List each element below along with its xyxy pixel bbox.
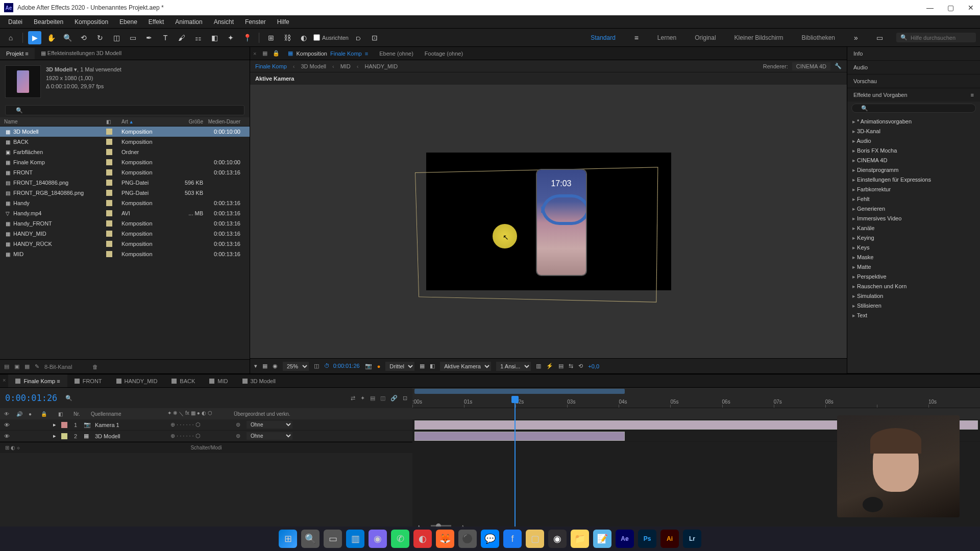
trash-icon[interactable]: 🗑 [92, 364, 98, 370]
fast-preview-icon[interactable]: ⚡ [546, 363, 553, 369]
bone-icon[interactable]: ⛓ [281, 31, 294, 44]
zoom-tool[interactable]: 🔍 [61, 31, 74, 44]
mask-toggle-icon[interactable]: ◉ [273, 363, 278, 369]
eraser-tool[interactable]: ◧ [208, 31, 221, 44]
preset-item[interactable]: Generieren [847, 204, 980, 214]
preset-item[interactable]: Maske [847, 253, 980, 262]
home-button[interactable]: ⌂ [4, 31, 17, 44]
timeline-tab[interactable]: FRONT [67, 374, 109, 387]
mask-icon[interactable]: ◐ [297, 31, 310, 44]
selection-tool[interactable]: ▶ [28, 31, 41, 44]
grid-icon[interactable]: ⊡ [368, 31, 381, 44]
help-search[interactable]: 🔍 [896, 33, 976, 42]
preset-item[interactable]: Boris FX Mocha [847, 146, 980, 156]
preset-item[interactable]: Simulation [847, 291, 980, 301]
illustrator-button[interactable]: Ai [660, 530, 679, 548]
eye-column-icon[interactable]: 👁 [4, 411, 11, 417]
views-select[interactable]: 1 Ansi... [496, 362, 531, 371]
project-item[interactable]: ▤FRONT_1840886.pngPNG-Datei596 KB [0, 178, 250, 188]
renderer-value[interactable]: CINEMA 4D [792, 62, 830, 70]
menu-ansicht[interactable]: Ansicht [209, 16, 239, 28]
layer-clip[interactable] [414, 432, 625, 441]
transparency-icon[interactable]: ▦ [420, 363, 425, 369]
whatsapp-button[interactable]: ✆ [391, 530, 409, 548]
project-search-input[interactable] [5, 105, 244, 115]
tl-footer-icon[interactable]: ⊞ ◐ ⟐ [5, 445, 20, 450]
speaker-column-icon[interactable]: 🔊 [16, 411, 23, 417]
menu-komposition[interactable]: Komposition [69, 16, 113, 28]
align-check[interactable] [313, 34, 320, 41]
workspace-original[interactable]: Original [691, 32, 720, 43]
hand-tool[interactable]: ✋ [44, 31, 58, 44]
adjustment-icon[interactable]: ✎ [35, 363, 39, 370]
tl-icon[interactable]: ✦ [360, 395, 365, 402]
project-item[interactable]: ▦FRONTKomposition0:00:13:16 [0, 167, 250, 178]
preset-item[interactable]: Keying [847, 233, 980, 243]
app-button[interactable]: ◐ [413, 530, 432, 548]
rotate-tool[interactable]: ↻ [93, 31, 107, 44]
lock-column-icon[interactable]: 🔒 [41, 411, 48, 417]
timecode-display[interactable]: ⏱ 0:00:01:26 [324, 363, 360, 369]
menu-animation[interactable]: Animation [170, 16, 207, 28]
type-tool[interactable]: T [159, 31, 172, 44]
preset-item[interactable]: Fehlt [847, 194, 980, 204]
timeline-timecode[interactable]: 0:00:01:26 [5, 393, 57, 403]
shape-tool[interactable]: ▭ [126, 31, 139, 44]
orbit-tool[interactable]: ⟲ [77, 31, 90, 44]
preset-item[interactable]: Text [847, 311, 980, 320]
search-button[interactable]: 🔍 [301, 530, 320, 548]
preset-item[interactable]: Dienstprogramm [847, 165, 980, 175]
visibility-toggle[interactable]: 👁 [4, 433, 10, 439]
project-item[interactable]: ▦3D ModellKomposition0:00:10:00 [0, 127, 250, 137]
project-item[interactable]: ▦HandyKomposition0:00:13:16 [0, 198, 250, 208]
header-size[interactable]: Größe [173, 119, 203, 124]
footage-tab[interactable]: Footage (ohne) [420, 48, 468, 59]
puppet-tool[interactable]: 📍 [240, 31, 254, 44]
resolution-select[interactable]: Drittel [385, 362, 414, 371]
tl-icon[interactable]: ▤ [370, 395, 375, 402]
explorer-folder-button[interactable]: 📁 [571, 530, 589, 548]
menu-hilfe[interactable]: Hilfe [272, 16, 295, 28]
preset-item[interactable]: * Animationsvorgaben [847, 117, 980, 127]
notepad-button[interactable]: 📝 [593, 530, 611, 548]
timeline-tab[interactable]: 3D Modell [235, 374, 283, 387]
breadcrumb-item[interactable]: MID [340, 63, 351, 69]
workspace-lernen[interactable]: Lernen [653, 32, 680, 43]
pen-tool[interactable]: ✒ [142, 31, 156, 44]
parent-select[interactable]: Ohne [247, 432, 292, 440]
grid-icon[interactable]: ▦ [262, 363, 267, 369]
roto-tool[interactable]: ✦ [224, 31, 237, 44]
header-type[interactable]: Art▲ [121, 119, 173, 124]
start-button[interactable]: ⊞ [279, 530, 297, 548]
source-name-column[interactable]: Quellenname [91, 411, 162, 417]
preview-panel-title[interactable]: Vorschau [847, 74, 980, 88]
breadcrumb-item[interactable]: 3D Modell [301, 63, 326, 69]
composition-viewport[interactable]: 17:03 [250, 85, 847, 358]
timeline-layer[interactable]: 👁▸1📷Kamera 1⊕ · · · · · · ⬡⊚Ohne [0, 419, 412, 431]
preset-item[interactable]: Rauschen und Korn [847, 282, 980, 291]
obs-button[interactable]: ◉ [548, 530, 567, 548]
preset-item[interactable]: Audio [847, 136, 980, 146]
solo-column-icon[interactable]: ● [29, 411, 36, 417]
after-effects-button[interactable]: Ae [616, 530, 634, 548]
project-item[interactable]: ▦BACKKomposition [0, 137, 250, 147]
help-search-input[interactable] [911, 35, 972, 41]
project-tab[interactable]: Projekt ≡ [0, 48, 35, 59]
layer-tab[interactable]: Ebene (ohne) [374, 48, 419, 59]
timeline-icon[interactable]: ▤ [558, 363, 564, 369]
firefox-button[interactable]: 🦊 [436, 530, 454, 548]
workspace-standard[interactable]: Standard [586, 32, 620, 43]
reset-icon[interactable]: ⟲ [578, 363, 583, 369]
playhead[interactable] [514, 397, 516, 530]
interpret-icon[interactable]: ▤ [4, 363, 9, 370]
preset-item[interactable]: Stilisieren [847, 301, 980, 311]
tl-icon[interactable]: ⇄ [351, 395, 355, 402]
menu-effekt[interactable]: Effekt [143, 16, 169, 28]
preset-item[interactable]: Kanäle [847, 223, 980, 233]
maximize-button[interactable]: ▢ [945, 3, 955, 13]
tl-icon[interactable]: 🔗 [390, 395, 398, 402]
panel-icon[interactable]: ▭ [873, 31, 886, 44]
preset-item[interactable]: Matte [847, 262, 980, 272]
effect-settings-tab[interactable]: ▦ Effekteinstellungen 3D Modell [35, 47, 128, 59]
preset-item[interactable]: Einstellungen für Expressions [847, 175, 980, 185]
